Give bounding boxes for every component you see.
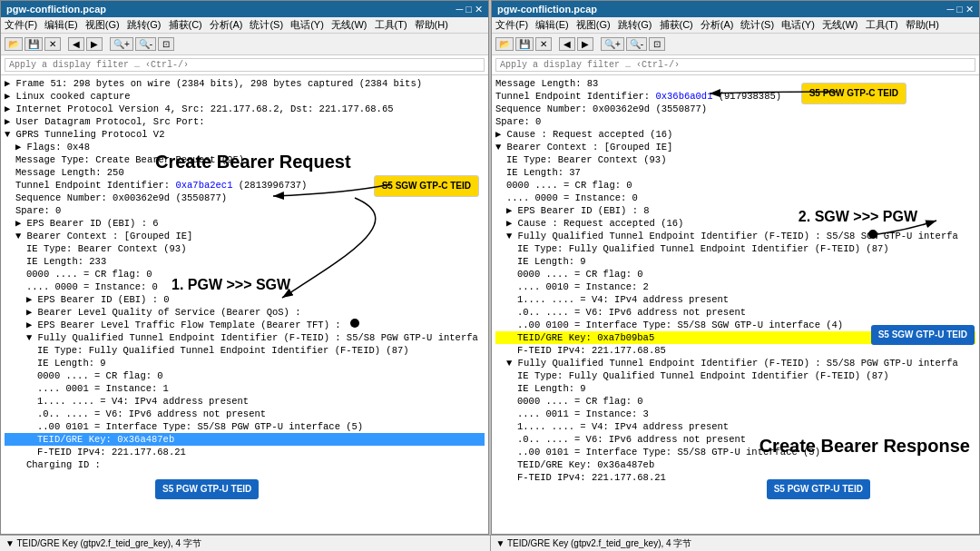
r-menu-phone[interactable]: 电话(Y) — [781, 18, 815, 32]
menu-tools[interactable]: 工具(T) — [375, 18, 407, 32]
r-menu-wireless[interactable]: 无线(W) — [822, 18, 858, 32]
r-menu-capture[interactable]: 捕获(C) — [660, 18, 693, 32]
r-line-ie-len: IE Length: 37 — [495, 166, 975, 179]
r-menu-tools[interactable]: 工具(T) — [866, 18, 898, 32]
left-filter-bar[interactable] — [1, 55, 488, 75]
tb-save[interactable]: 💾 — [24, 37, 43, 51]
window-controls: ─ □ ✕ — [456, 4, 483, 15]
r-tb-fwd[interactable]: ▶ — [577, 37, 593, 51]
left-status: ▼ TEID/GRE Key (gtpv2.f_teid_gre_key), 4… — [0, 536, 491, 551]
tb-zoom-in[interactable]: 🔍+ — [110, 37, 133, 51]
r-line-fteid2-ipv4: F-TEID IPv4: 221.177.68.21 — [495, 471, 975, 484]
line-gtp: ▼ GPRS Tunneling Protocol V2 — [5, 128, 485, 141]
r-teid-hex: 0x36b6a0d1 — [655, 91, 712, 102]
s5-pgw-gtpu-teid-label-left: S5 PGW GTP-U TEID — [155, 479, 259, 499]
right-menu[interactable]: 文件(F) 编辑(E) 视图(G) 跳转(G) 捕获(C) 分析(A) 统计(S… — [492, 17, 979, 34]
line-charging: Charging ID : — [5, 458, 485, 471]
menu-wireless[interactable]: 无线(W) — [331, 18, 368, 32]
r-line-instance: .... 0000 = Instance: 0 — [495, 192, 975, 204]
r-tb-close[interactable]: ✕ — [535, 37, 552, 51]
left-toolbar: 📂 💾 ✕ ◀ ▶ 🔍+ 🔍- ⊡ — [1, 34, 488, 55]
r-menu-file[interactable]: 文件(F) — [495, 18, 528, 32]
r-tb-zoom-fit[interactable]: ⊡ — [649, 37, 665, 51]
line-frame: ▶ Frame 51: 298 bytes on wire (2384 bits… — [5, 77, 485, 90]
right-titlebar: pgw-confliction.pcap ─ □ ✕ — [492, 1, 979, 17]
r-line-fteid2-type: IE Type: Fully Qualified Tunnel Endpoint… — [495, 369, 975, 382]
r-line-teid-gre[interactable]: TEID/GRE Key: 0xa7b09ba5 — [495, 331, 975, 344]
menu-capture[interactable]: 捕获(C) — [169, 18, 202, 32]
right-packet-content: Message Length: 83 Tunnel Endpoint Ident… — [492, 75, 979, 534]
tb-back[interactable]: ◀ — [68, 37, 84, 51]
r-line-fteid2-itype: ..00 0101 = Interface Type: S5/S8 GTP-U … — [495, 446, 975, 458]
r-line-fteid2-v4: 1.... .... = V4: IPv4 address present — [495, 420, 975, 433]
r-menu-edit[interactable]: 编辑(E) — [535, 18, 569, 32]
tb-open[interactable]: 📂 — [5, 37, 23, 51]
bottom-bar: ▼ TEID/GRE Key (gtpv2.f_teid_gre_key), 4… — [0, 535, 980, 551]
r-menu-jump[interactable]: 跳转(G) — [618, 18, 652, 32]
r-line-cause2: ▶ Cause : Request accepted (16) — [495, 217, 975, 230]
line-tft: ▶ EPS Bearer Level Traffic Flow Template… — [5, 319, 485, 331]
left-menu[interactable]: 文件(F) 编辑(E) 视图(G) 跳转(G) 捕获(C) 分析(A) 统计(S… — [1, 17, 488, 34]
r-menu-help[interactable]: 帮助(H) — [906, 18, 939, 32]
r-line-fteid2-inst: .... 0011 = Instance: 3 — [495, 408, 975, 420]
menu-file[interactable]: 文件(F) — [5, 18, 37, 32]
right-window-controls: ─ □ ✕ — [946, 4, 974, 15]
r-line-fteid-cr: 0000 .... = CR flag: 0 — [495, 268, 975, 280]
tb-zoom-out[interactable]: 🔍- — [135, 37, 156, 51]
menu-help[interactable]: 帮助(H) — [415, 18, 448, 32]
right-filter-input[interactable] — [495, 58, 975, 72]
line-teid[interactable]: Tunnel Endpoint Identifier: 0xa7ba2ec1 (… — [5, 179, 485, 192]
r-tb-save[interactable]: 💾 — [515, 37, 534, 51]
r-line-fteid-len: IE Length: 9 — [495, 255, 975, 268]
menu-phone[interactable]: 电话(Y) — [290, 18, 324, 32]
line-ip: ▶ Internet Protocol Version 4, Src: 221.… — [5, 103, 485, 115]
r-line-spare: Spare: 0 — [495, 115, 975, 128]
right-status: ▼ TEID/GRE Key (gtpv2.f_teid_gre_key), 4… — [491, 536, 981, 551]
r-line-fteid2-v6: .0.. .... = V6: IPv6 address not present — [495, 433, 975, 446]
r-menu-analyze[interactable]: 分析(A) — [701, 18, 734, 32]
right-panel: pgw-confliction.pcap ─ □ ✕ 文件(F) 编辑(E) 视… — [491, 0, 980, 535]
menu-edit[interactable]: 编辑(E) — [44, 18, 78, 32]
r-line-cause: ▶ Cause : Request accepted (16) — [495, 128, 975, 141]
line-ie-len: IE Length: 233 — [5, 255, 485, 268]
line-linux: ▶ Linux cooked capture — [5, 90, 485, 103]
r-line-teid[interactable]: Tunnel Endpoint Identifier: 0x36b6a0d1 (… — [495, 90, 975, 103]
r-line-fteid-v6: .0.. .... = V6: IPv6 address not present — [495, 306, 975, 319]
r-tb-back[interactable]: ◀ — [559, 37, 575, 51]
r-menu-stats[interactable]: 统计(S) — [740, 18, 774, 32]
line-teid-gre[interactable]: TEID/GRE Key: 0x36a487eb — [5, 433, 485, 446]
menu-jump[interactable]: 跳转(G) — [127, 18, 162, 32]
app-window: pgw-confliction.pcap ─ □ ✕ 文件(F) 编辑(E) 视… — [0, 0, 980, 551]
left-packet-content: ▶ Frame 51: 298 bytes on wire (2384 bits… — [1, 75, 488, 534]
menu-analyze[interactable]: 分析(A) — [210, 18, 243, 32]
line-fteid-hdr: ▼ Fully Qualified Tunnel Endpoint Identi… — [5, 331, 485, 344]
r-tb-open[interactable]: 📂 — [495, 37, 514, 51]
r-line-teid-gre2: TEID/GRE Key: 0x36a487eb — [495, 458, 975, 471]
line-fteid-cr: 0000 .... = CR flag: 0 — [5, 369, 485, 382]
right-title: pgw-confliction.pcap — [497, 4, 597, 15]
right-filter-bar[interactable] — [492, 55, 979, 75]
tb-zoom-fit[interactable]: ⊡ — [158, 37, 174, 51]
panels-container: pgw-confliction.pcap ─ □ ✕ 文件(F) 编辑(E) 视… — [0, 0, 980, 535]
r-tb-zoom-in[interactable]: 🔍+ — [601, 37, 624, 51]
tb-close[interactable]: ✕ — [44, 37, 61, 51]
line-ie-type: IE Type: Bearer Context (93) — [5, 242, 485, 255]
r-line-fteid2-cr: 0000 .... = CR flag: 0 — [495, 395, 975, 408]
menu-stats[interactable]: 统计(S) — [250, 18, 283, 32]
line-fteid-ipv4: F-TEID IPv4: 221.177.68.21 — [5, 446, 485, 458]
left-panel: pgw-confliction.pcap ─ □ ✕ 文件(F) 编辑(E) 视… — [0, 0, 489, 535]
line-qos: ▶ Bearer Level Quality of Service (Beare… — [5, 306, 485, 319]
r-line-seq: Sequence Number: 0x00362e9d (3550877) — [495, 103, 975, 115]
line-msgtype: Message Type: Create Bearer Request (95) — [5, 153, 485, 166]
r-tb-zoom-out[interactable]: 🔍- — [626, 37, 647, 51]
menu-view[interactable]: 视图(G) — [85, 18, 120, 32]
line-cr-flag: 0000 .... = CR flag: 0 — [5, 268, 485, 280]
left-status-text: ▼ TEID/GRE Key (gtpv2.f_teid_gre_key), 4… — [5, 537, 201, 550]
r-menu-view[interactable]: 视图(G) — [576, 18, 611, 32]
tb-fwd[interactable]: ▶ — [86, 37, 103, 51]
left-filter-input[interactable] — [5, 58, 485, 72]
r-line-fteid-type: IE Type: Fully Qualified Tunnel Endpoint… — [495, 242, 975, 255]
line-bearer-ctx: ▼ Bearer Context : [Grouped IE] — [5, 230, 485, 242]
r-line-msglen: Message Length: 83 — [495, 77, 975, 90]
line-instance: .... 0000 = Instance: 0 — [5, 280, 485, 293]
